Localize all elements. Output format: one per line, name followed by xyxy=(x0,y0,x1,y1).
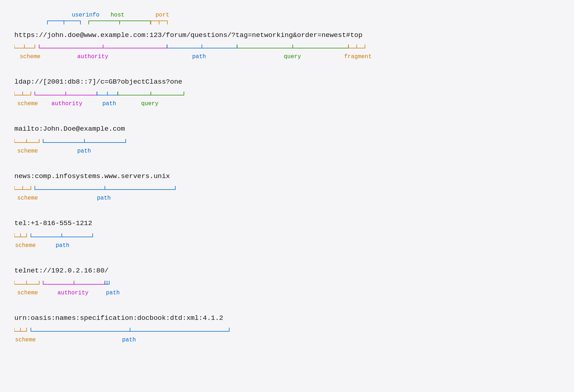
scheme-label-urn: scheme xyxy=(15,337,36,343)
path-label-news: path xyxy=(97,195,111,201)
telnet-labels-row: scheme authority path xyxy=(14,277,560,300)
scheme-label-mailto: scheme xyxy=(17,148,38,154)
uri-news-text: news:comp.infosystems.www.servers.unix xyxy=(14,172,560,181)
query-label-ldap: query xyxy=(141,101,158,107)
urn-labels-row: scheme path xyxy=(14,324,560,347)
mailto-labels-row: scheme path xyxy=(14,135,560,159)
ldap-labels-row: scheme authority path query xyxy=(14,88,560,111)
path-label-1: path xyxy=(192,53,206,60)
bottom-labels-row: scheme authority path query xyxy=(14,41,560,64)
host-label-top: host xyxy=(111,12,124,18)
section-mailto: mailto:John.Doe@example.com scheme path xyxy=(14,124,560,159)
section-urn: urn:oasis:names:specification:docbook:dt… xyxy=(14,313,560,348)
uri-mailto-text: mailto:John.Doe@example.com xyxy=(14,124,560,134)
authority-label-ldap: authority xyxy=(51,101,83,107)
uri-https-text: https://john.doe@www.example.com:123/for… xyxy=(14,31,560,40)
fragment-label-1: fragment xyxy=(344,53,372,60)
uri-ldap-text: ldap://[2001:db8::7]/c=GB?objectClass?on… xyxy=(14,77,560,87)
path-label-telnet: path xyxy=(106,290,120,296)
path-label-urn: path xyxy=(122,337,136,343)
section-ldap: ldap://[2001:db8::7]/c=GB?objectClass?on… xyxy=(14,77,560,112)
section-https: userinfo host port https://john.doe@www.… xyxy=(14,11,560,64)
path-label-ldap: path xyxy=(102,101,116,107)
news-labels-row: scheme path xyxy=(14,182,560,206)
section-tel: tel:+1-816-555-1212 scheme path xyxy=(14,219,560,253)
authority-label-telnet: authority xyxy=(57,290,89,296)
path-label-tel: path xyxy=(56,242,69,249)
uri-tel-text: tel:+1-816-555-1212 xyxy=(14,219,560,228)
scheme-label-tel: scheme xyxy=(15,242,36,249)
uri-urn-text: urn:oasis:names:specification:docbook:dt… xyxy=(14,313,560,323)
userinfo-label-top: userinfo xyxy=(72,12,99,18)
port-label-top: port xyxy=(156,12,169,18)
scheme-label-ldap: scheme xyxy=(17,101,38,107)
scheme-label-telnet: scheme xyxy=(17,290,38,296)
main-content: userinfo host port https://john.doe@www.… xyxy=(14,11,560,347)
query-label-1: query xyxy=(284,53,301,60)
path-label-mailto: path xyxy=(77,148,91,154)
authority-label-1: authority xyxy=(77,53,108,60)
tel-labels-row: scheme path xyxy=(14,230,560,253)
top-labels-row: userinfo host port xyxy=(14,11,560,31)
section-news: news:comp.infosystems.www.servers.unix s… xyxy=(14,172,560,206)
scheme-label-1: scheme xyxy=(20,53,41,60)
scheme-label-news: scheme xyxy=(17,195,38,201)
uri-telnet-text: telnet://192.0.2.16:80/ xyxy=(14,266,560,276)
section-telnet: telnet://192.0.2.16:80/ scheme authority… xyxy=(14,266,560,300)
